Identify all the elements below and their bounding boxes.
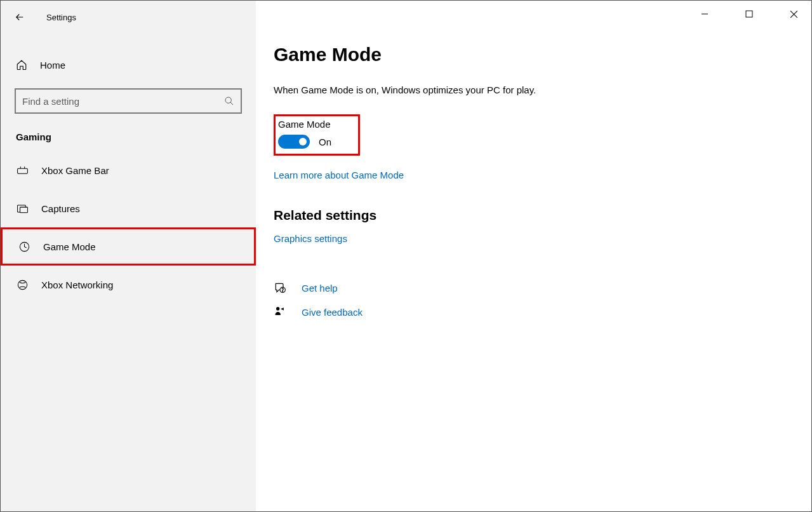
xbox-networking-icon	[16, 279, 29, 291]
give-feedback-link[interactable]: Give feedback	[302, 307, 363, 318]
search-input[interactable]	[15, 88, 242, 114]
home-label: Home	[40, 60, 65, 71]
toggle-knob	[299, 138, 307, 145]
svg-point-8	[283, 291, 283, 292]
maximize-icon	[745, 10, 753, 18]
sidebar-item-label: Captures	[41, 203, 80, 214]
game-mode-toggle-block: Game Mode On	[274, 114, 360, 156]
related-settings-heading: Related settings	[274, 208, 811, 223]
graphics-settings-link[interactable]: Graphics settings	[274, 233, 347, 244]
help-icon	[274, 281, 286, 294]
sidebar: Settings Home Gaming Xbox Game Bar	[1, 1, 256, 511]
minimize-icon	[701, 10, 709, 18]
window-controls	[692, 4, 806, 24]
svg-rect-3	[20, 207, 27, 213]
sidebar-item-captures[interactable]: Captures	[1, 189, 256, 227]
search-field[interactable]	[22, 96, 224, 107]
get-help-row: Get help	[274, 281, 811, 294]
game-mode-toggle[interactable]	[278, 135, 310, 149]
page-title: Game Mode	[274, 44, 811, 65]
get-help-link[interactable]: Get help	[302, 283, 338, 293]
toggle-label: Game Mode	[278, 119, 331, 130]
svg-point-9	[276, 307, 279, 310]
sidebar-item-xbox-networking[interactable]: Xbox Networking	[1, 266, 256, 304]
search-icon	[224, 96, 234, 106]
home-button[interactable]: Home	[1, 51, 256, 78]
window-title: Settings	[46, 13, 76, 22]
close-button[interactable]	[781, 4, 806, 24]
feedback-icon	[274, 306, 286, 318]
svg-point-0	[225, 97, 231, 103]
game-bar-icon	[16, 165, 29, 177]
sidebar-item-label: Xbox Networking	[41, 280, 113, 290]
toggle-state: On	[319, 137, 331, 147]
maximize-button[interactable]	[736, 4, 762, 24]
titlebar: Settings	[1, 1, 256, 34]
minimize-button[interactable]	[692, 4, 717, 24]
sidebar-item-label: Xbox Game Bar	[41, 165, 109, 176]
captures-icon	[16, 203, 29, 215]
main-content: Game Mode When Game Mode is on, Windows …	[256, 1, 811, 511]
back-button[interactable]	[11, 8, 29, 26]
sidebar-item-xbox-game-bar[interactable]: Xbox Game Bar	[1, 151, 256, 189]
svg-point-5	[18, 280, 27, 289]
page-description: When Game Mode is on, Windows optimizes …	[274, 84, 811, 95]
learn-more-link[interactable]: Learn more about Game Mode	[274, 170, 404, 180]
arrow-left-icon	[14, 11, 25, 23]
close-icon	[790, 10, 798, 18]
give-feedback-row: Give feedback	[274, 306, 811, 318]
sidebar-section-title: Gaming	[1, 120, 256, 151]
sidebar-item-label: Game Mode	[43, 241, 96, 252]
svg-rect-1	[17, 168, 27, 173]
svg-rect-6	[746, 11, 752, 17]
game-mode-icon	[18, 241, 30, 253]
home-icon	[16, 59, 27, 71]
sidebar-item-game-mode[interactable]: Game Mode	[1, 227, 256, 266]
